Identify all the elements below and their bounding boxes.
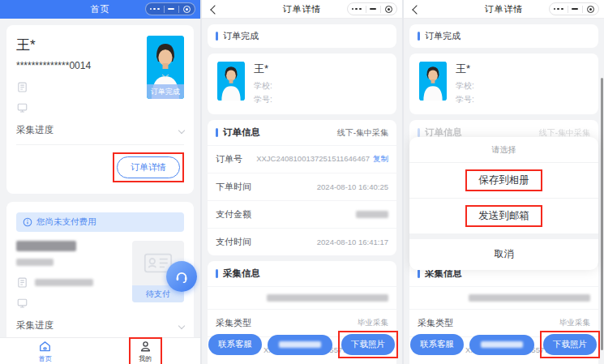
bottom-action-bar: 联系客服 下载照片 — [410, 331, 600, 358]
exit-target-icon[interactable] — [385, 6, 392, 13]
portrait-illustration — [419, 62, 447, 101]
user-photo — [217, 62, 245, 101]
user-photo: 订单完成 — [147, 36, 184, 99]
section-bar — [418, 32, 420, 41]
contact-service-button[interactable]: 联系客服 — [208, 334, 262, 355]
pay-time-row: 支付时间 2024-08-10 16:41:17 — [208, 228, 396, 255]
order-detail-screen-with-sheet: 订单详情 订单完成 — [404, 0, 604, 364]
bottom-action-bar: 联系客服 下载照片 — [208, 331, 398, 358]
order-info-title: 订单信息 — [223, 126, 260, 139]
completed-order-card: 王* **************0014 — [6, 25, 194, 194]
miniprogram-capsule — [347, 2, 397, 15]
person-icon — [139, 340, 152, 353]
exit-target-icon[interactable] — [587, 6, 594, 13]
more-dots-icon[interactable] — [554, 8, 563, 11]
order-complete-badge: 订单完成 — [147, 84, 184, 99]
home-screen: 首页 王* **************0014 — [0, 0, 200, 364]
send-to-email-option[interactable]: 发送到邮箱 — [409, 199, 598, 233]
order-detail-button[interactable]: 订单详情 — [117, 156, 180, 178]
order-status-strip: 订单完成 — [208, 24, 396, 48]
miniprogram-capsule — [145, 2, 195, 15]
home-icon — [38, 340, 52, 353]
detail-body: 订单完成 王* 学校: 学号: — [404, 19, 604, 363]
collection-progress-label: 采集进度 — [16, 319, 54, 332]
annotation-box-download: 下载照片 — [540, 331, 600, 358]
annotation-box-send-email[interactable]: 发送到邮箱 — [465, 205, 542, 227]
page-title: 订单详情 — [485, 3, 524, 15]
minimize-icon[interactable] — [370, 8, 376, 10]
school-label: 学校: — [254, 79, 272, 92]
redacted-label — [279, 341, 321, 348]
order-status-strip: 订单完成 — [409, 24, 598, 48]
masked-id-number: **************0014 — [16, 60, 147, 71]
download-photo-button[interactable]: 下载照片 — [341, 334, 395, 355]
copy-link[interactable]: 复制 — [373, 154, 388, 163]
home-body: 王* **************0014 — [0, 19, 200, 364]
pay-amount-row: 支付金额 — [208, 200, 396, 228]
collection-progress-label: 采集进度 — [16, 124, 54, 136]
section-bar — [216, 269, 218, 278]
school-row — [208, 286, 396, 309]
tab-home-label: 首页 — [39, 354, 52, 363]
cancel-option[interactable]: 取消 — [409, 239, 598, 270]
annotation-box-save-album[interactable]: 保存到相册 — [465, 169, 542, 191]
user-name: 王* — [254, 62, 272, 76]
student-info-card: 王* 学校: 学号: — [409, 54, 598, 114]
order-time-row: 下单时间 2024-08-10 16:40:25 — [208, 173, 396, 200]
redacted-name — [16, 241, 76, 251]
unpaid-notice-banner: 您尚未支付费用 — [16, 212, 184, 232]
order-status-text: 订单完成 — [425, 30, 460, 42]
minimize-icon[interactable] — [572, 8, 578, 10]
annotation-box-order-detail: 订单详情 — [113, 152, 184, 182]
annotation-box-download: 下载照片 — [338, 331, 398, 358]
redacted-action-button[interactable] — [268, 335, 332, 355]
minimize-icon[interactable] — [168, 8, 174, 10]
tab-mine-label: 我的 — [139, 354, 152, 363]
tab-mine[interactable]: 我的 — [129, 337, 162, 364]
customer-service-float-button[interactable] — [166, 261, 197, 292]
more-dots-icon[interactable] — [150, 8, 160, 11]
school-label: 学校: — [456, 79, 474, 92]
redacted-school — [267, 294, 388, 302]
section-bar — [216, 32, 218, 41]
redacted-school — [469, 294, 590, 302]
redacted-action-button[interactable] — [469, 335, 534, 355]
scrollbar[interactable] — [601, 78, 603, 350]
monitor-icon — [16, 297, 28, 309]
back-chevron-icon[interactable] — [210, 5, 219, 14]
unpaid-notice-text: 您尚未支付费用 — [36, 216, 96, 228]
redacted-school — [35, 279, 93, 286]
tab-home[interactable]: 首页 — [38, 340, 52, 363]
chevron-down-icon[interactable] — [178, 126, 185, 133]
headset-icon — [173, 268, 190, 285]
chevron-down-icon[interactable] — [178, 322, 185, 328]
section-bar — [216, 128, 218, 137]
student-no-label: 学号: — [456, 92, 474, 106]
download-photo-button[interactable]: 下载照片 — [543, 334, 597, 355]
page-title: 订单详情 — [283, 3, 322, 15]
collection-mode: 线下-集中采集 — [337, 127, 388, 139]
contact-service-button[interactable]: 联系客服 — [410, 334, 464, 355]
info-circle-icon — [23, 217, 32, 227]
miniprogram-capsule — [549, 2, 599, 15]
exit-target-icon[interactable] — [183, 6, 191, 13]
back-chevron-icon[interactable] — [412, 5, 421, 14]
detail-navbar: 订单详情 — [202, 0, 402, 19]
monitor-icon — [16, 101, 28, 113]
redacted-amount — [356, 211, 388, 218]
bottom-tab-bar: 首页 我的 — [0, 337, 200, 364]
student-info-card: 王* 学校: 学号: — [208, 54, 396, 114]
page-title: 首页 — [91, 3, 110, 15]
action-sheet: 请选择 保存到相册 发送到邮箱 取消 — [409, 137, 598, 270]
portrait-illustration — [217, 62, 245, 101]
collect-info-title: 采集信息 — [223, 268, 260, 280]
school-row — [409, 286, 598, 309]
pay-time-value: 2024-08-10 16:41:17 — [317, 238, 388, 246]
more-dots-icon[interactable] — [352, 8, 362, 11]
screenshot-root: 首页 王* **************0014 — [0, 0, 604, 364]
home-navbar: 首页 — [0, 0, 200, 19]
student-no-label: 学号: — [254, 92, 272, 106]
collect-type-value: 毕业采集 — [559, 318, 590, 328]
user-photo — [419, 62, 447, 101]
save-to-album-option[interactable]: 保存到相册 — [409, 163, 598, 198]
